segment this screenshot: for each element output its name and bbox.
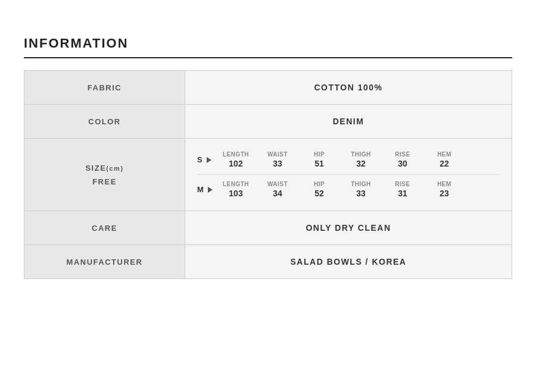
measurement-header: HIP bbox=[314, 181, 325, 187]
measurement-item: LENGTH102 bbox=[215, 151, 257, 168]
info-table: FABRICCOTTON 100%COLORDENIMSIZE(cm)FREES… bbox=[24, 70, 512, 279]
measurement-item: THIGH32 bbox=[340, 151, 382, 168]
size-label-cm: SIZE(cm) bbox=[30, 164, 179, 173]
measurement-value: 23 bbox=[440, 189, 449, 198]
measurement-value: 102 bbox=[229, 159, 242, 168]
measurement-header: WAIST bbox=[267, 181, 288, 187]
measurement-item: WAIST33 bbox=[257, 151, 298, 168]
measurement-item: HEM23 bbox=[423, 181, 465, 198]
measurement-item: HIP51 bbox=[298, 151, 340, 168]
size-sublabel: FREE bbox=[30, 177, 179, 186]
measurement-value: 52 bbox=[314, 189, 324, 198]
row-value: ONLY DRY CLEAN bbox=[185, 211, 512, 245]
measurement-item: WAIST34 bbox=[257, 181, 298, 198]
measurements-group: LENGTH103WAIST34HIP52THIGH33RISE31HEM23 bbox=[215, 181, 500, 198]
title-divider bbox=[24, 57, 512, 58]
row-value: COTTON 100% bbox=[185, 71, 512, 105]
measurement-value: 31 bbox=[398, 189, 407, 198]
table-row: COLORDENIM bbox=[24, 105, 512, 139]
measurement-item: LENGTH103 bbox=[215, 181, 257, 198]
measurement-header: RISE bbox=[395, 151, 410, 158]
measurement-value: 33 bbox=[356, 189, 366, 198]
measurement-header: WAIST bbox=[267, 151, 288, 158]
measurement-value: 33 bbox=[273, 159, 282, 168]
row-label: MANUFACTURER bbox=[24, 245, 185, 279]
measurement-value: 51 bbox=[314, 159, 324, 168]
measurement-header: HEM bbox=[437, 181, 451, 187]
measurement-item: RISE30 bbox=[382, 151, 423, 168]
measurement-value: 32 bbox=[356, 159, 366, 168]
main-container: INFORMATION FABRICCOTTON 100%COLORDENIMS… bbox=[24, 36, 512, 279]
measurement-header: RISE bbox=[395, 181, 410, 187]
table-row: CAREONLY DRY CLEAN bbox=[24, 211, 512, 245]
measurement-header: THIGH bbox=[351, 181, 371, 187]
row-label: COLOR bbox=[24, 105, 185, 139]
measurement-item: THIGH33 bbox=[340, 181, 382, 198]
row-value: SALAD BOWLS / KOREA bbox=[185, 245, 512, 279]
measurement-value: 103 bbox=[229, 189, 242, 198]
row-label: FABRIC bbox=[24, 71, 185, 105]
page-title: INFORMATION bbox=[24, 36, 512, 51]
measurement-header: HIP bbox=[314, 151, 325, 158]
size-arrow-icon bbox=[207, 157, 211, 163]
row-label: CARE bbox=[24, 211, 185, 245]
measurement-header: HEM bbox=[437, 151, 451, 158]
size-entry: MLENGTH103WAIST34HIP52THIGH33RISE31HEM23 bbox=[197, 177, 500, 202]
size-value-cell: SLENGTH102WAIST33HIP51THIGH32RISE30HEM22… bbox=[185, 139, 512, 211]
measurement-value: 30 bbox=[398, 159, 407, 168]
table-row: MANUFACTURERSALAD BOWLS / KOREA bbox=[24, 245, 512, 279]
size-name: M bbox=[197, 185, 215, 194]
measurement-value: 34 bbox=[273, 189, 282, 198]
size-entry: SLENGTH102WAIST33HIP51THIGH32RISE30HEM22 bbox=[197, 148, 500, 172]
table-row: FABRICCOTTON 100% bbox=[24, 71, 512, 105]
measurement-header: LENGTH bbox=[223, 181, 249, 187]
size-name: S bbox=[197, 155, 215, 164]
measurement-header: THIGH bbox=[351, 151, 371, 158]
size-label-cell: SIZE(cm)FREE bbox=[24, 139, 185, 211]
size-row: SIZE(cm)FREESLENGTH102WAIST33HIP51THIGH3… bbox=[24, 139, 512, 211]
measurements-group: LENGTH102WAIST33HIP51THIGH32RISE30HEM22 bbox=[215, 151, 500, 168]
measurement-header: LENGTH bbox=[223, 151, 249, 158]
measurement-item: HIP52 bbox=[298, 181, 340, 198]
row-value: DENIM bbox=[185, 105, 512, 139]
measurement-value: 22 bbox=[440, 159, 449, 168]
measurement-item: HEM22 bbox=[423, 151, 465, 168]
measurement-item: RISE31 bbox=[382, 181, 423, 198]
size-arrow-icon bbox=[208, 187, 213, 193]
